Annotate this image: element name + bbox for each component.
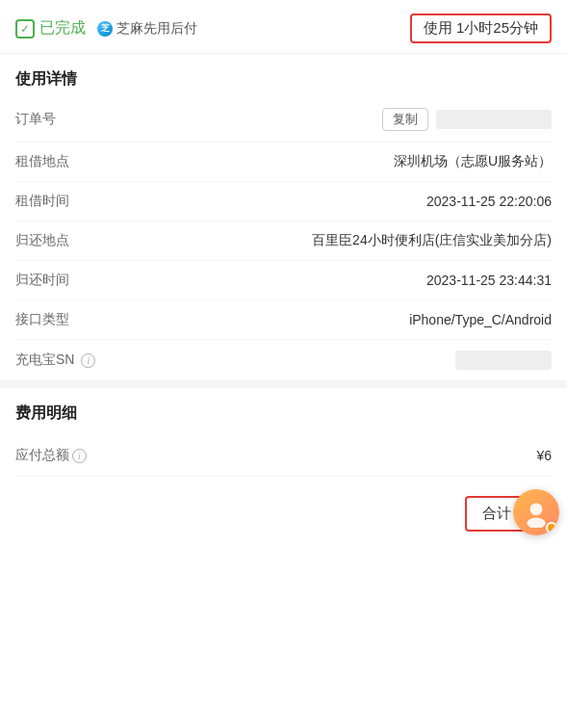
zhima-label: 芝麻先用后付 [116, 20, 197, 38]
sn-row: 充电宝SN i [15, 340, 552, 380]
status-left: ✓ 已完成 芝 芝麻先用后付 [15, 18, 197, 39]
detail-table: 订单号 复制 租借地点 深圳机场（志愿U服务站） 租借时间 2023-11-25… [0, 97, 567, 380]
sn-info-icon[interactable]: i [81, 353, 95, 368]
order-right: 复制 [382, 108, 552, 131]
total-label: 合计 [482, 505, 511, 523]
interface-type-row: 接口类型 iPhone/Type_C/Android [15, 300, 552, 340]
fee-label: 应付总额 i [15, 447, 87, 464]
check-icon: ✓ [15, 19, 35, 39]
zhima-icon: 芝 [97, 21, 113, 37]
rental-time-value: 2023-11-25 22:20:06 [83, 194, 552, 209]
zhima-badge: 芝 芝麻先用后付 [97, 20, 197, 38]
section-divider [0, 380, 567, 388]
return-location-value: 百里臣24小时便利店(庄信实业美加分店) [83, 232, 552, 249]
sn-label: 充电宝SN i [15, 351, 95, 369]
top-bar: ✓ 已完成 芝 芝麻先用后付 使用 1小时25分钟 [0, 0, 567, 54]
return-location-row: 归还地点 百里臣24小时便利店(庄信实业美加分店) [15, 221, 552, 261]
return-time-label: 归还时间 [15, 272, 83, 289]
rental-location-value: 深圳机场（志愿U服务站） [83, 153, 552, 170]
customer-service-avatar[interactable] [513, 489, 559, 535]
rental-time-row: 租借时间 2023-11-25 22:20:06 [15, 182, 552, 221]
sn-right [455, 351, 552, 370]
return-location-label: 归还地点 [15, 232, 83, 249]
avatar-notification-dot [546, 522, 557, 533]
fees-section: 应付总额 i ¥6 [0, 435, 567, 477]
svg-point-0 [530, 503, 543, 515]
order-row: 订单号 复制 [15, 97, 552, 143]
fees-title: 费用明细 [0, 388, 567, 431]
copy-button[interactable]: 复制 [382, 108, 428, 131]
duration-label: 使用 1小时25分钟 [424, 19, 538, 36]
interface-type-label: 接口类型 [15, 311, 83, 328]
interface-type-value: iPhone/Type_C/Android [83, 312, 552, 327]
rental-time-label: 租借时间 [15, 193, 83, 210]
fee-row: 应付总额 i ¥6 [15, 435, 552, 477]
return-time-value: 2023-11-25 23:44:31 [83, 273, 552, 288]
order-label: 订单号 [15, 111, 83, 128]
fee-info-icon[interactable]: i [72, 449, 87, 463]
total-row: 合计 ¥6 [0, 484, 567, 543]
usage-detail-title: 使用详情 [0, 54, 567, 97]
fee-value: ¥6 [536, 448, 552, 463]
duration-box: 使用 1小时25分钟 [410, 13, 552, 43]
status-done: ✓ 已完成 [15, 18, 86, 39]
status-label: 已完成 [39, 18, 86, 39]
svg-point-1 [527, 518, 545, 528]
rental-location-row: 租借地点 深圳机场（志愿U服务站） [15, 143, 552, 182]
order-number-value [436, 110, 552, 129]
sn-value [455, 351, 552, 370]
rental-location-label: 租借地点 [15, 153, 83, 170]
return-time-row: 归还时间 2023-11-25 23:44:31 [15, 261, 552, 300]
